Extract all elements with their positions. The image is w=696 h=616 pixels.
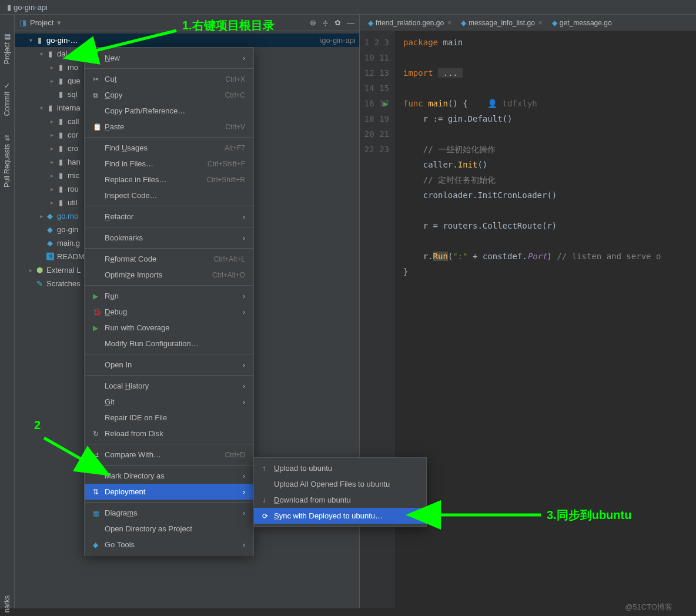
- tree-root[interactable]: ▾▮ go-gin-… \go-gin-api: [15, 34, 359, 47]
- menu-findusages[interactable]: Find UsagesAlt+F7: [85, 140, 253, 156]
- menu-repairide[interactable]: Repair IDE on File: [85, 410, 253, 426]
- watermark: @51CTO博客: [625, 602, 672, 612]
- pull-toolwindow-icon[interactable]: ⇅: [4, 134, 10, 142]
- code-content[interactable]: package main import ... func main() { 👤 …: [395, 31, 696, 608]
- project-view-label[interactable]: Project: [30, 18, 53, 27]
- menu-replace[interactable]: Replace in Files…Ctrl+Shift+R: [85, 172, 253, 188]
- collapse-icon[interactable]: —: [347, 18, 354, 27]
- project-settings-icon[interactable]: ✿: [334, 18, 341, 27]
- commit-toolwindow-icon[interactable]: ✓: [4, 82, 10, 90]
- project-view-icon[interactable]: ◨: [19, 18, 26, 27]
- context-menu: New› ✂CutCtrl+X ⧉CopyCtrl+C Copy Path/Re…: [84, 47, 254, 555]
- menu-new[interactable]: New›: [85, 50, 253, 66]
- menu-refactor[interactable]: Refactor›: [85, 209, 253, 225]
- menu-cut[interactable]: ✂CutCtrl+X: [85, 71, 253, 87]
- submenu-sync[interactable]: ⟳Sync with Deployed to ubuntu…: [254, 508, 426, 524]
- bookmarks-stripe-label[interactable]: narks: [3, 595, 11, 612]
- commit-toolwindow-btn[interactable]: Commit: [3, 92, 11, 116]
- annotation-1: 1.右键项目根目录: [182, 18, 275, 34]
- menu-localhistory[interactable]: Local History›: [85, 378, 253, 394]
- run-gutter-icon[interactable]: ▶: [383, 96, 388, 111]
- annotation-3: 3.同步到ubuntu: [547, 507, 631, 523]
- menu-modifyrun[interactable]: Modify Run Configuration…: [85, 336, 253, 351]
- menu-diagrams[interactable]: ▦Diagrams›: [85, 505, 253, 521]
- tab-get-message[interactable]: ◆get_message.go: [547, 15, 617, 31]
- select-opened-icon[interactable]: ⊕: [310, 18, 316, 27]
- close-icon[interactable]: ×: [538, 19, 543, 27]
- menu-bookmarks[interactable]: Bookmarks›: [85, 230, 253, 246]
- menu-debug[interactable]: 🐞Debug›: [85, 304, 253, 320]
- menu-optimize[interactable]: Optimize ImportsCtrl+Alt+O: [85, 267, 253, 283]
- project-name: go-gin-api: [14, 3, 48, 12]
- menu-gotools[interactable]: ◆Go Tools›: [85, 537, 253, 553]
- menu-coverage[interactable]: ▶Run with Coverage: [85, 320, 253, 336]
- toolwindow-stripe: ▤ Project ✓ Commit ⇅ Pull Requests: [0, 15, 15, 608]
- folder-icon: ▮: [7, 3, 11, 12]
- menu-paste[interactable]: 📋PasteCtrl+V: [85, 119, 253, 135]
- submenu-uploadall[interactable]: Upload All Opened Files to ubuntu: [254, 476, 426, 492]
- close-icon[interactable]: ×: [447, 19, 451, 27]
- annotation-2: 2: [34, 419, 41, 432]
- expand-all-icon[interactable]: ≑: [322, 18, 329, 27]
- menu-reload[interactable]: ↻Reload from Disk: [85, 426, 253, 441]
- project-view-dropdown[interactable]: ▾: [57, 18, 61, 27]
- submenu-download[interactable]: ↓Download from ubuntu: [254, 492, 426, 508]
- menu-run[interactable]: ▶Run›: [85, 288, 253, 304]
- menu-deployment[interactable]: ⇅Deployment›: [85, 484, 253, 500]
- menu-copypath[interactable]: Copy Path/Reference…: [85, 103, 253, 119]
- pull-toolwindow-btn[interactable]: Pull Requests: [3, 144, 11, 188]
- menu-markdir[interactable]: Mark Directory as›: [85, 468, 253, 484]
- tab-message-info[interactable]: ◆message_info_list.go×: [456, 15, 547, 31]
- menu-inspect[interactable]: Inspect Code…: [85, 188, 253, 203]
- menu-findinfiles[interactable]: Find in Files…Ctrl+Shift+F: [85, 156, 253, 172]
- menu-openin[interactable]: Open In›: [85, 357, 253, 373]
- deployment-submenu: ↑Upload to ubuntu Upload All Opened File…: [253, 457, 427, 527]
- editor-tabs: ◆friend_relation.gen.go× ◆message_info_l…: [360, 15, 696, 31]
- menu-git[interactable]: Git›: [85, 394, 253, 410]
- tab-friend-relation[interactable]: ◆friend_relation.gen.go×: [363, 15, 456, 31]
- project-toolwindow-icon[interactable]: ▤: [4, 32, 11, 41]
- menu-copy[interactable]: ⧉CopyCtrl+C: [85, 87, 253, 103]
- menu-opendir[interactable]: Open Directory as Project: [85, 521, 253, 537]
- project-toolwindow-btn[interactable]: Project: [3, 42, 11, 64]
- titlebar: ▮ go-gin-api: [0, 0, 696, 15]
- menu-compare[interactable]: ⇄Compare With…Ctrl+D: [85, 447, 253, 463]
- menu-reformat[interactable]: Reformat CodeCtrl+Alt+L: [85, 251, 253, 267]
- submenu-upload[interactable]: ↑Upload to ubuntu: [254, 460, 426, 476]
